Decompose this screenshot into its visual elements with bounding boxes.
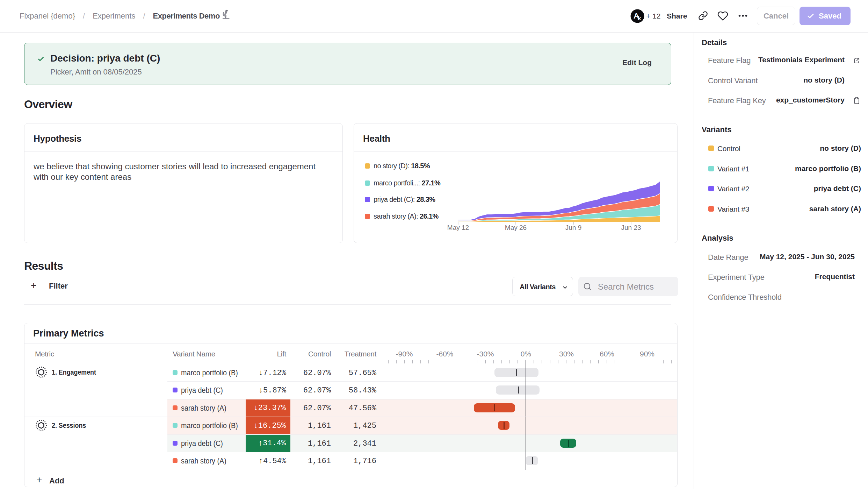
svg-text:k: k [638,15,641,22]
